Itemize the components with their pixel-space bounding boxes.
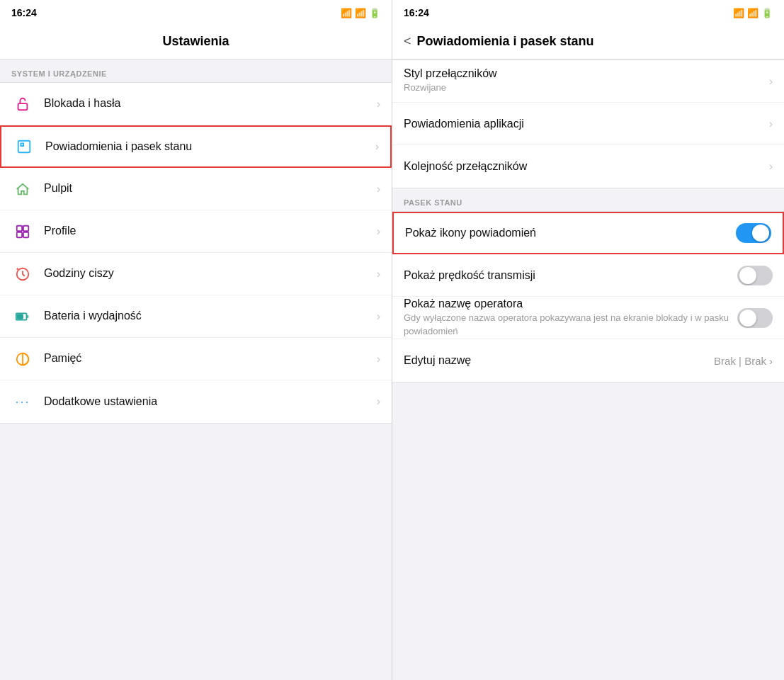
right-item-pokaz-predkosc[interactable]: Pokaż prędkość transmisji (392, 254, 784, 297)
styl-chevron: › (769, 75, 773, 88)
battery-icon-right: 🔋 (761, 8, 773, 18)
kolejnosc-main: Kolejność przełączników (404, 160, 763, 173)
godziny-label: Godziny ciszy (44, 266, 371, 281)
godziny-icon (11, 263, 34, 285)
blokada-icon (11, 93, 34, 115)
edytuj-text: Edytuj nazwę (404, 354, 714, 367)
right-item-kolejnosc[interactable]: Kolejność przełączników › (392, 145, 784, 188)
settings-item-dodatkowe[interactable]: ··· Dodatkowe ustawienia › (0, 380, 392, 423)
pokaz-predkosc-text: Pokaż prędkość transmisji (404, 269, 737, 282)
battery-icon: 🔋 (369, 8, 380, 18)
toggle-knob-off2 (739, 310, 756, 327)
right-item-edytuj[interactable]: Edytuj nazwę Brak | Brak › (392, 339, 784, 382)
right-item-pokaz-nazwe[interactable]: Pokaż nazwę operatora Gdy wyłączone nazw… (392, 297, 784, 339)
pokaz-nazwe-text: Pokaż nazwę operatora Gdy wyłączone nazw… (404, 298, 737, 337)
blokada-chevron: › (377, 98, 380, 110)
status-icons-right: 📶 📶 🔋 (733, 8, 773, 18)
left-screen-header: Ustawienia (0, 26, 392, 60)
signal-icon: 📶 (355, 8, 366, 18)
pokaz-ikony-main: Pokaż ikony powiadomień (405, 227, 736, 239)
settings-item-pulpit[interactable]: Pulpit › (0, 168, 392, 210)
pow-app-text: Powiadomienia aplikacji (404, 118, 763, 130)
section-label-pasek: PASEK STANU (392, 188, 784, 211)
edytuj-value: Brak | Brak (714, 355, 766, 367)
pokaz-nazwe-toggle[interactable] (737, 308, 773, 328)
settings-item-profile[interactable]: Profile › (0, 210, 392, 253)
pow-app-chevron: › (769, 118, 773, 130)
right-item-styl[interactable]: Styl przełączników Rozwijane › (392, 60, 784, 103)
wifi-icon-right: 📶 (733, 8, 744, 18)
settings-list-left: Blokada i hasła › Powiadomienia i pasek … (0, 82, 392, 424)
pamiec-icon (11, 348, 34, 370)
time-left: 16:24 (11, 7, 37, 18)
pokaz-predkosc-toggle[interactable] (737, 266, 773, 285)
pokaz-ikony-toggle[interactable] (736, 223, 771, 243)
godziny-chevron: › (377, 268, 380, 280)
edytuj-chevron: › (769, 355, 773, 367)
svg-rect-3 (17, 225, 22, 230)
pulpit-label: Pulpit (44, 181, 371, 196)
blokada-label: Blokada i hasła (44, 96, 371, 111)
time-right: 16:24 (404, 7, 429, 18)
settings-item-powiadomienia[interactable]: Powiadomienia i pasek stanu › (0, 125, 392, 168)
svg-rect-2 (21, 143, 23, 146)
kolejnosc-chevron: › (769, 160, 773, 173)
wifi-icon: 📶 (341, 8, 352, 18)
pokaz-ikony-text: Pokaż ikony powiadomień (405, 227, 736, 239)
styl-text: Styl przełączników Rozwijane (404, 67, 763, 94)
profile-label: Profile (44, 224, 371, 239)
settings-item-pamiec[interactable]: Pamięć › (0, 338, 392, 380)
signal-icon-right: 📶 (747, 8, 759, 18)
powiadomienia-chevron: › (375, 140, 379, 153)
svg-rect-4 (23, 225, 28, 230)
powiadomienia-label: Powiadomienia i pasek stanu (45, 140, 370, 154)
dodatkowe-icon: ··· (11, 390, 34, 413)
svg-rect-0 (18, 103, 28, 110)
right-item-pow-app[interactable]: Powiadomienia aplikacji › (392, 103, 784, 145)
edytuj-value-chevron: Brak | Brak › (714, 355, 773, 367)
status-icons-left: 📶 📶 🔋 (341, 8, 380, 18)
edytuj-main: Edytuj nazwę (404, 354, 714, 367)
bateria-chevron: › (377, 310, 380, 323)
pokaz-nazwe-sub: Gdy wyłączone nazwa operatora pokazywana… (404, 312, 737, 337)
powiadomienia-icon (13, 135, 35, 158)
dodatkowe-chevron: › (377, 395, 380, 408)
svg-line-8 (17, 268, 18, 269)
styl-main: Styl przełączników (404, 67, 763, 80)
bateria-label: Bateria i wydajność (44, 309, 371, 324)
kolejnosc-text: Kolejność przełączników (404, 160, 763, 173)
right-screen-header: < Powiadomienia i pasek stanu (392, 26, 784, 60)
right-panel: 16:24 📶 📶 🔋 < Powiadomienia i pasek stan… (392, 0, 784, 680)
pamiec-chevron: › (377, 353, 380, 366)
pokaz-nazwe-main: Pokaż nazwę operatora (404, 298, 737, 310)
styl-sub: Rozwijane (404, 81, 763, 94)
status-bar-left: 16:24 📶 📶 🔋 (0, 0, 392, 26)
settings-item-bateria[interactable]: Bateria i wydajność › (0, 295, 392, 338)
status-bar-right: 16:24 📶 📶 🔋 (392, 0, 784, 26)
svg-rect-6 (23, 232, 28, 237)
right-item-pokaz-ikony[interactable]: Pokaż ikony powiadomień (392, 212, 784, 254)
profile-chevron: › (377, 225, 380, 238)
left-panel: 16:24 📶 📶 🔋 Ustawienia SYSTEM I URZĄDZEN… (0, 0, 392, 680)
settings-item-godziny[interactable]: Godziny ciszy › (0, 253, 392, 295)
back-button[interactable]: < (404, 34, 411, 49)
toggle-knob-on (752, 225, 769, 242)
pamiec-label: Pamięć (44, 351, 371, 366)
pow-app-main: Powiadomienia aplikacji (404, 118, 763, 130)
profile-icon (11, 220, 34, 243)
settings-item-blokada[interactable]: Blokada i hasła › (0, 83, 392, 125)
right-screen-title: Powiadomienia i pasek stanu (417, 34, 594, 49)
pulpit-icon (11, 178, 34, 200)
dodatkowe-label: Dodatkowe ustawienia (44, 395, 371, 409)
section-label-system: SYSTEM I URZĄDZENIE (0, 60, 392, 82)
pokaz-predkosc-main: Pokaż prędkość transmisji (404, 269, 737, 282)
pulpit-chevron: › (377, 183, 380, 196)
svg-rect-5 (17, 232, 22, 237)
left-screen-title: Ustawienia (11, 34, 380, 49)
right-top-group: Styl przełączników Rozwijane › Powiadomi… (392, 60, 784, 188)
bateria-icon (11, 305, 34, 328)
toggle-knob-off1 (739, 267, 756, 284)
svg-rect-10 (18, 314, 23, 319)
right-pasek-group: Pokaż ikony powiadomień Pokaż prędkość t… (392, 211, 784, 382)
